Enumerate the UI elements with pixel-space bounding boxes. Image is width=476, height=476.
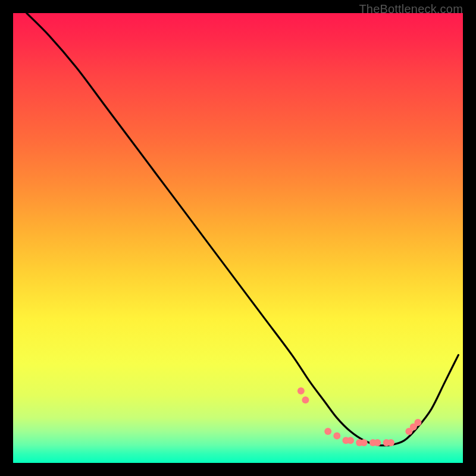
marker-dot bbox=[347, 437, 354, 444]
plot-area bbox=[13, 13, 463, 463]
curve-path bbox=[27, 13, 459, 446]
marker-dot bbox=[361, 439, 368, 446]
marker-dot bbox=[302, 396, 309, 403]
marker-dot bbox=[374, 439, 381, 446]
curve-svg bbox=[13, 13, 463, 463]
marker-dot bbox=[333, 433, 340, 440]
chart-frame: TheBottleneck.com bbox=[0, 0, 476, 476]
marker-dot bbox=[324, 428, 331, 435]
marker-dot bbox=[298, 387, 305, 394]
marker-dot bbox=[387, 439, 394, 446]
marker-dot bbox=[414, 419, 421, 426]
curve-path-group bbox=[27, 13, 459, 446]
